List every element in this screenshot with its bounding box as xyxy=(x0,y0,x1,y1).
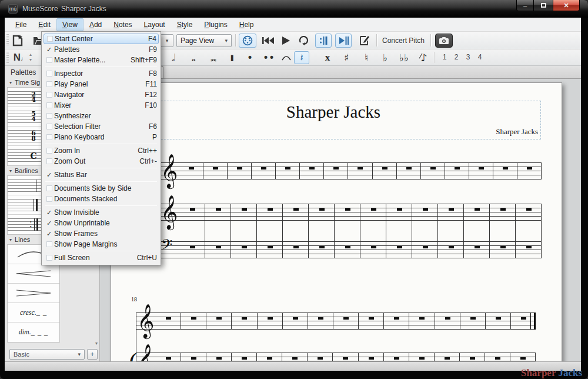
menu-item-show-frames[interactable]: ✓Show Frames xyxy=(42,228,161,239)
measure[interactable] xyxy=(179,204,205,258)
measure[interactable] xyxy=(335,204,360,258)
measure[interactable] xyxy=(206,353,232,361)
maximize-button[interactable] xyxy=(534,0,553,11)
whole-rest[interactable] xyxy=(430,167,436,169)
whole-rest[interactable] xyxy=(423,246,428,248)
menu-item-synthesizer[interactable]: Synthesizer xyxy=(42,111,161,121)
whole-rest[interactable] xyxy=(495,357,500,360)
measure[interactable] xyxy=(373,162,397,179)
measure[interactable] xyxy=(308,353,333,361)
longa-button[interactable]: 𝅛 xyxy=(223,51,241,64)
grace-note-button[interactable]: ♪ xyxy=(415,51,433,64)
whole-rest[interactable] xyxy=(318,317,323,320)
whole-rest[interactable] xyxy=(500,246,506,248)
measure[interactable] xyxy=(252,162,276,179)
measure[interactable] xyxy=(384,312,409,330)
measure[interactable] xyxy=(156,312,181,330)
score-page[interactable]: Sharper Jacks Sharper Jacks 𝄞 𝄞𝄢 18 𝄞 𝄞( xyxy=(111,82,562,361)
flat-button[interactable]: ♭ xyxy=(376,51,394,64)
whole-rest[interactable] xyxy=(503,167,508,169)
menubar-item-file[interactable]: File xyxy=(9,18,32,31)
menu-item-status-bar[interactable]: ✓Status Bar xyxy=(42,169,161,180)
measure[interactable] xyxy=(258,312,283,330)
measure[interactable] xyxy=(469,162,493,179)
workspace-select[interactable]: Basic ▾ xyxy=(9,349,85,360)
whole-rest[interactable] xyxy=(190,208,195,211)
whole-rest[interactable] xyxy=(445,357,450,360)
menubar-item-layout[interactable]: Layout xyxy=(138,18,171,31)
close-button[interactable]: ✕ xyxy=(553,0,580,11)
measure[interactable] xyxy=(156,353,181,361)
whole-rest[interactable] xyxy=(475,208,480,211)
measure[interactable] xyxy=(438,204,464,258)
whole-rest[interactable] xyxy=(343,317,349,320)
measure[interactable] xyxy=(412,204,438,258)
staff-flute-system2[interactable]: 𝄞 xyxy=(136,312,536,330)
measure[interactable] xyxy=(203,162,228,179)
measure[interactable] xyxy=(397,162,421,179)
title-frame[interactable]: Sharper Jacks Sharper Jacks xyxy=(126,101,541,139)
measure[interactable] xyxy=(486,312,511,330)
scroll-down-icon[interactable]: ▾ xyxy=(95,341,98,346)
tie-button[interactable] xyxy=(278,51,295,64)
menu-item-zoom-in[interactable]: Zoom InCtrl++ xyxy=(42,145,161,156)
augmentation-dot-button[interactable]: • xyxy=(241,51,259,64)
palette-cell-diminuendo-hairpin[interactable] xyxy=(8,284,59,303)
measure[interactable] xyxy=(384,353,409,361)
whole-rest[interactable] xyxy=(285,167,290,169)
whole-rest[interactable] xyxy=(406,167,412,169)
play-button[interactable] xyxy=(279,35,293,46)
whole-rest[interactable] xyxy=(369,317,374,320)
measure[interactable] xyxy=(179,162,203,179)
menu-item-full-screen[interactable]: Full ScreenCtrl+U xyxy=(42,252,161,263)
measure[interactable] xyxy=(232,353,257,361)
menubar-item-view[interactable]: View xyxy=(56,18,83,31)
voice-4-button[interactable]: 4 xyxy=(474,53,486,61)
whole-rest[interactable] xyxy=(191,317,196,320)
measure[interactable] xyxy=(300,162,324,179)
menu-item-navigator[interactable]: NavigatorF12 xyxy=(42,89,161,100)
measure[interactable] xyxy=(421,162,445,179)
whole-rest[interactable] xyxy=(470,317,476,320)
rest-button[interactable]: 𝄽 xyxy=(294,51,309,64)
whole-rest[interactable] xyxy=(397,208,402,211)
measure[interactable] xyxy=(181,312,206,330)
whole-rest[interactable] xyxy=(293,317,298,320)
whole-rest[interactable] xyxy=(345,246,350,248)
palette-cell-dim[interactable]: dim. _ _ _ xyxy=(8,323,59,342)
whole-rest[interactable] xyxy=(292,357,298,360)
whole-rest[interactable] xyxy=(237,167,242,169)
whole-rest[interactable] xyxy=(216,246,221,248)
measure[interactable] xyxy=(490,204,516,258)
minimize-button[interactable]: – xyxy=(516,0,534,11)
whole-rest[interactable] xyxy=(191,357,196,360)
double-dot-button[interactable]: •• xyxy=(260,51,278,64)
rewind-button[interactable] xyxy=(260,35,276,46)
whole-rest[interactable] xyxy=(419,357,425,360)
spinner-arrows-icon[interactable]: ▴▾ xyxy=(29,52,32,62)
toolbar-grip[interactable] xyxy=(6,34,9,46)
pan-score-toggle[interactable] xyxy=(335,34,352,48)
whole-rest[interactable] xyxy=(189,167,194,169)
loop-playback-button[interactable] xyxy=(296,35,312,46)
whole-rest[interactable] xyxy=(333,167,339,169)
menu-item-zoom-out[interactable]: Zoom OutCtrl+- xyxy=(42,156,161,167)
whole-rest[interactable] xyxy=(267,357,272,360)
measure[interactable] xyxy=(359,353,384,361)
measure[interactable] xyxy=(464,204,490,258)
measure[interactable] xyxy=(206,312,232,330)
menu-item-documents-side-by-side[interactable]: Documents Side by Side xyxy=(42,183,161,194)
whole-rest[interactable] xyxy=(166,317,171,320)
menu-item-show-invisible[interactable]: ✓Show Invisible xyxy=(42,207,161,218)
menu-item-play-panel[interactable]: Play PanelF11 xyxy=(42,79,161,89)
whole-rest[interactable] xyxy=(455,167,460,169)
whole-rest[interactable] xyxy=(521,317,526,320)
measure[interactable] xyxy=(228,162,252,179)
whole-rest[interactable] xyxy=(358,167,363,169)
add-workspace-button[interactable]: + xyxy=(87,349,98,360)
sharp-button[interactable]: ♯ xyxy=(338,51,355,64)
menu-item-show-page-margins[interactable]: Show Page Margins xyxy=(42,239,161,250)
menu-item-mixer[interactable]: MixerF10 xyxy=(42,100,161,111)
whole-rest[interactable] xyxy=(319,208,325,211)
measure[interactable] xyxy=(308,312,333,330)
